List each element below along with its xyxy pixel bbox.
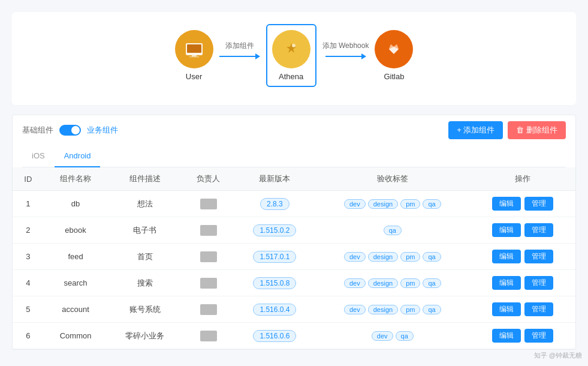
tags-container: devdesignpmqa <box>322 305 463 314</box>
actions-container: 编辑管理 <box>477 329 568 343</box>
manage-button[interactable]: 管理 <box>524 250 553 263</box>
flow-diagram: User 添加组件 Athena <box>12 12 576 105</box>
avatar <box>200 225 217 236</box>
flow-arrow-2: 添加 Webhook <box>322 41 369 59</box>
table-row: 4search搜索1.515.0.8devdesignpmqa编辑管理 <box>13 270 575 296</box>
flow-node-gitlab: Gitlab <box>375 30 413 81</box>
table-row: 3feed首页1.517.0.1devdesignpmqa编辑管理 <box>13 244 575 270</box>
cell-desc: 零碎小业务 <box>108 323 182 349</box>
version-badge: 1.515.0.2 <box>253 224 296 236</box>
edit-button[interactable]: 编辑 <box>492 302 521 316</box>
toolbar-left: 基础组件 业务组件 <box>22 125 118 136</box>
tag-dev: dev <box>372 331 393 341</box>
add-component-button[interactable]: + 添加组件 <box>448 121 503 139</box>
edit-button[interactable]: 编辑 <box>492 197 521 211</box>
svg-rect-2 <box>192 55 197 56</box>
cell-id: 1 <box>13 191 44 217</box>
cell-name: ebook <box>44 217 108 244</box>
watermark: 知乎 @钟裁无糖 <box>534 351 582 360</box>
cell-name: account <box>44 296 108 323</box>
cell-tags: devdesignpmqa <box>315 244 470 270</box>
cell-name: db <box>44 191 108 217</box>
tags-container: devdesignpmqa <box>322 278 463 288</box>
tab-android[interactable]: Android <box>55 145 101 167</box>
tab-ios[interactable]: iOS <box>22 145 55 167</box>
tag-dev: dev <box>344 252 366 262</box>
edit-button[interactable]: 编辑 <box>492 223 521 237</box>
flow-arrow-1-line <box>219 53 260 59</box>
tag-design: design <box>368 199 398 209</box>
svg-rect-1 <box>187 44 201 53</box>
actions-container: 编辑管理 <box>477 197 568 211</box>
arrow-head-2 <box>361 53 366 59</box>
cell-id: 3 <box>13 244 44 270</box>
edit-button[interactable]: 编辑 <box>492 276 521 290</box>
cell-desc: 首页 <box>108 244 182 270</box>
business-component-label: 业务组件 <box>87 125 118 136</box>
actions-container: 编辑管理 <box>477 223 568 237</box>
cell-name: search <box>44 270 108 296</box>
tag-pm: pm <box>400 199 420 209</box>
col-owner: 负责人 <box>182 167 235 191</box>
flow-node-wrapper-athena[interactable]: Athena <box>266 24 316 87</box>
arrow-body-1 <box>219 56 255 57</box>
actions-container: 编辑管理 <box>477 250 568 263</box>
cell-desc: 电子书 <box>108 217 182 244</box>
tag-qa: qa <box>384 226 402 235</box>
base-component-label: 基础组件 <box>22 125 53 136</box>
cell-actions: 编辑管理 <box>470 244 575 270</box>
cell-id: 4 <box>13 270 44 296</box>
avatar <box>200 251 217 262</box>
cell-desc: 想法 <box>108 191 182 217</box>
table-row: 2ebook电子书1.515.0.2qa编辑管理 <box>13 217 575 244</box>
manage-button[interactable]: 管理 <box>524 302 553 316</box>
col-desc: 组件描述 <box>108 167 182 191</box>
cell-version: 1.515.0.8 <box>234 270 315 296</box>
edit-button[interactable]: 编辑 <box>492 250 521 263</box>
avatar <box>200 278 217 289</box>
cell-name: feed <box>44 244 108 270</box>
cell-id: 6 <box>13 323 44 349</box>
version-badge: 2.8.3 <box>260 198 290 210</box>
tabs: iOS Android <box>22 145 566 167</box>
manage-button[interactable]: 管理 <box>524 197 553 211</box>
svg-rect-3 <box>189 56 199 58</box>
delete-component-button[interactable]: 🗑 删除组件 <box>508 121 566 139</box>
gitlab-node-icon <box>375 30 413 68</box>
toggle-knob <box>71 126 80 134</box>
cell-tags: devdesignpmqa <box>315 296 470 323</box>
cell-tags: devqa <box>315 323 470 349</box>
manage-button[interactable]: 管理 <box>524 223 553 237</box>
arrow-body-2 <box>325 56 361 57</box>
tag-qa: qa <box>423 278 441 288</box>
manage-button[interactable]: 管理 <box>524 276 553 290</box>
tags-container: devqa <box>322 331 463 341</box>
avatar <box>200 199 217 209</box>
cell-owner <box>182 217 235 244</box>
table-row: 1db想法2.8.3devdesignpmqa编辑管理 <box>13 191 575 217</box>
version-badge: 1.516.0.4 <box>253 304 296 316</box>
version-badge: 1.515.0.8 <box>253 277 296 289</box>
tag-qa: qa <box>423 252 441 262</box>
toggle-switch[interactable] <box>59 125 81 136</box>
cell-name: Common <box>44 323 108 349</box>
athena-node-label: Athena <box>279 72 303 81</box>
tags-container: devdesignpmqa <box>322 199 463 209</box>
page-container: User 添加组件 Athena <box>0 0 588 366</box>
manage-button[interactable]: 管理 <box>524 329 553 343</box>
cell-desc: 搜索 <box>108 270 182 296</box>
cell-version: 1.517.0.1 <box>234 244 315 270</box>
flow-node-user: User <box>175 30 213 81</box>
version-badge: 1.517.0.1 <box>253 251 296 263</box>
user-node-label: User <box>186 72 202 81</box>
tags-container: devdesignpmqa <box>322 252 463 262</box>
cell-actions: 编辑管理 <box>470 191 575 217</box>
flow-arrow-2-label: 添加 Webhook <box>322 41 369 51</box>
tag-dev: dev <box>344 305 366 314</box>
tag-pm: pm <box>400 252 420 262</box>
edit-button[interactable]: 编辑 <box>492 329 521 343</box>
table-header-row: ID 组件名称 组件描述 负责人 最新版本 验收标签 操作 <box>13 167 575 191</box>
tag-dev: dev <box>344 199 366 209</box>
avatar <box>200 331 217 341</box>
tag-qa: qa <box>423 199 441 209</box>
